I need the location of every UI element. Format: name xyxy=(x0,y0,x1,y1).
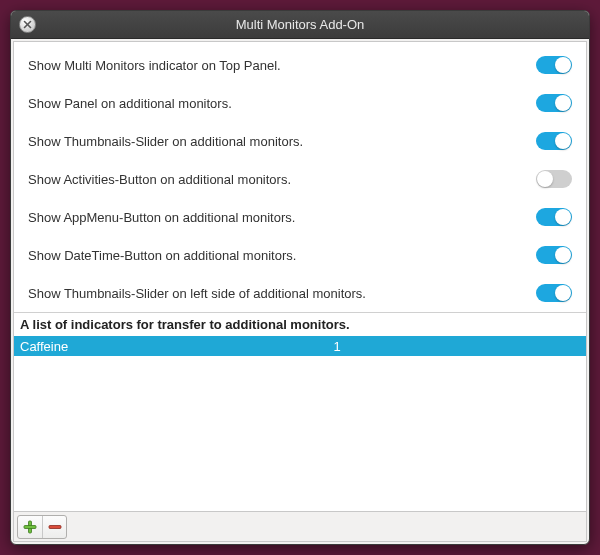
setting-row: Show Thumbnails-Slider on left side of a… xyxy=(14,274,586,312)
setting-row: Show AppMenu-Button on additional monito… xyxy=(14,198,586,236)
add-remove-group xyxy=(17,515,67,539)
toggle-knob xyxy=(555,57,571,73)
titlebar: Multi Monitors Add-On xyxy=(11,11,589,39)
setting-label: Show Multi Monitors indicator on Top Pan… xyxy=(28,58,536,73)
close-button[interactable] xyxy=(19,16,36,33)
settings-window: Multi Monitors Add-On Show Multi Monitor… xyxy=(10,10,590,545)
toggle-switch[interactable] xyxy=(536,208,572,226)
window-title: Multi Monitors Add-On xyxy=(11,17,589,32)
setting-label: Show Panel on additional monitors. xyxy=(28,96,536,111)
list-item[interactable]: Caffeine1 xyxy=(14,336,586,356)
setting-row: Show Multi Monitors indicator on Top Pan… xyxy=(14,46,586,84)
toggle-knob xyxy=(555,95,571,111)
toggle-knob xyxy=(555,285,571,301)
setting-label: Show Activities-Button on additional mon… xyxy=(28,172,536,187)
setting-label: Show Thumbnails-Slider on additional mon… xyxy=(28,134,536,149)
toggle-knob xyxy=(537,171,553,187)
toolbar xyxy=(14,511,586,541)
setting-row: Show Panel on additional monitors. xyxy=(14,84,586,122)
setting-label: Show DateTime-Button on additional monit… xyxy=(28,248,536,263)
toggle-switch[interactable] xyxy=(536,94,572,112)
content-area: Show Multi Monitors indicator on Top Pan… xyxy=(13,41,587,542)
setting-row: Show Activities-Button on additional mon… xyxy=(14,160,586,198)
toggle-switch[interactable] xyxy=(536,246,572,264)
add-button[interactable] xyxy=(18,516,42,538)
setting-row: Show DateTime-Button on additional monit… xyxy=(14,236,586,274)
svg-rect-4 xyxy=(49,525,61,528)
plus-icon xyxy=(23,520,37,534)
toggle-switch[interactable] xyxy=(536,170,572,188)
toggle-knob xyxy=(555,209,571,225)
svg-rect-3 xyxy=(24,525,36,528)
minus-icon xyxy=(48,520,62,534)
indicator-count: 1 xyxy=(334,339,580,354)
indicators-list[interactable]: Caffeine1 xyxy=(14,336,586,511)
toggle-knob xyxy=(555,247,571,263)
settings-list: Show Multi Monitors indicator on Top Pan… xyxy=(14,42,586,312)
close-icon xyxy=(23,20,32,29)
remove-button[interactable] xyxy=(42,516,66,538)
toggle-switch[interactable] xyxy=(536,284,572,302)
setting-label: Show AppMenu-Button on additional monito… xyxy=(28,210,536,225)
indicators-header: A list of indicators for transfer to add… xyxy=(14,312,586,336)
toggle-knob xyxy=(555,133,571,149)
setting-label: Show Thumbnails-Slider on left side of a… xyxy=(28,286,536,301)
indicator-name: Caffeine xyxy=(20,339,334,354)
toggle-switch[interactable] xyxy=(536,56,572,74)
toggle-switch[interactable] xyxy=(536,132,572,150)
setting-row: Show Thumbnails-Slider on additional mon… xyxy=(14,122,586,160)
